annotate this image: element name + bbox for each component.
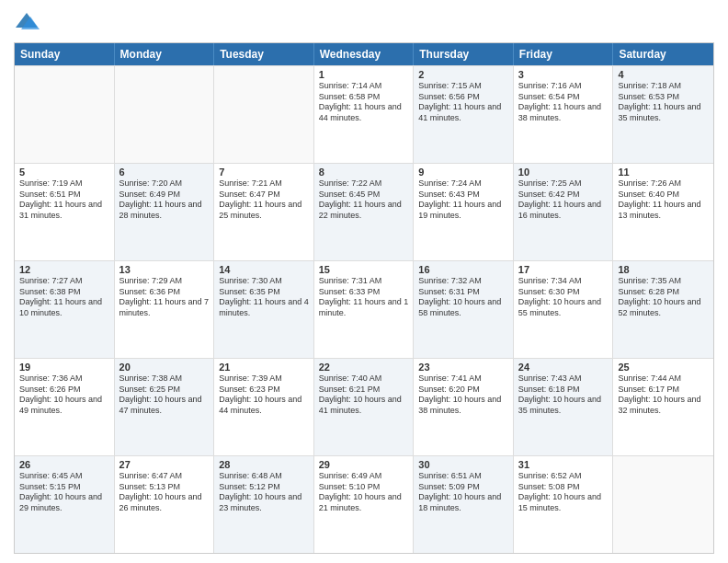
day-number: 20 <box>119 362 210 373</box>
day-number: 24 <box>518 362 609 373</box>
calendar-row-1: 1Sunrise: 7:14 AM Sunset: 6:58 PM Daylig… <box>15 65 713 163</box>
cell-info: Sunrise: 7:21 AM Sunset: 6:47 PM Dayligh… <box>219 178 309 222</box>
cell-info: Sunrise: 7:39 AM Sunset: 6:23 PM Dayligh… <box>219 373 309 417</box>
calendar-cell-empty <box>613 456 713 553</box>
cell-info: Sunrise: 7:29 AM Sunset: 6:36 PM Dayligh… <box>119 276 210 319</box>
calendar-cell-22: 22Sunrise: 7:40 AM Sunset: 6:21 PM Dayli… <box>314 359 415 455</box>
calendar-cell-12: 12Sunrise: 7:27 AM Sunset: 6:38 PM Dayli… <box>15 261 115 358</box>
calendar-row-5: 26Sunrise: 6:45 AM Sunset: 5:15 PM Dayli… <box>15 455 713 553</box>
calendar-cell-14: 14Sunrise: 7:30 AM Sunset: 6:35 PM Dayli… <box>214 261 314 358</box>
calendar-cell-30: 30Sunrise: 6:51 AM Sunset: 5:09 PM Dayli… <box>414 456 514 553</box>
cell-info: Sunrise: 7:44 AM Sunset: 6:17 PM Dayligh… <box>618 373 709 417</box>
calendar-cell-19: 19Sunrise: 7:36 AM Sunset: 6:26 PM Dayli… <box>15 359 115 455</box>
cell-info: Sunrise: 7:26 AM Sunset: 6:40 PM Dayligh… <box>618 178 709 222</box>
calendar-cell-10: 10Sunrise: 7:25 AM Sunset: 6:42 PM Dayli… <box>514 164 614 260</box>
cell-info: Sunrise: 6:48 AM Sunset: 5:12 PM Dayligh… <box>219 471 309 514</box>
day-number: 25 <box>618 362 709 373</box>
calendar-row-3: 12Sunrise: 7:27 AM Sunset: 6:38 PM Dayli… <box>15 260 713 358</box>
cell-info: Sunrise: 7:31 AM Sunset: 6:33 PM Dayligh… <box>319 276 409 319</box>
header-day-saturday: Saturday <box>613 43 713 65</box>
day-number: 9 <box>418 167 508 178</box>
cell-info: Sunrise: 7:40 AM Sunset: 6:21 PM Dayligh… <box>319 373 409 417</box>
calendar-cell-3: 3Sunrise: 7:16 AM Sunset: 6:54 PM Daylig… <box>514 66 614 163</box>
day-number: 23 <box>418 362 508 373</box>
calendar-row-4: 19Sunrise: 7:36 AM Sunset: 6:26 PM Dayli… <box>15 358 713 455</box>
cell-info: Sunrise: 7:32 AM Sunset: 6:31 PM Dayligh… <box>418 276 508 319</box>
page: SundayMondayTuesdayWednesdayThursdayFrid… <box>0 0 728 563</box>
cell-info: Sunrise: 7:25 AM Sunset: 6:42 PM Dayligh… <box>518 178 609 222</box>
logo <box>14 9 43 35</box>
cell-info: Sunrise: 7:43 AM Sunset: 6:18 PM Dayligh… <box>518 373 609 417</box>
day-number: 11 <box>618 167 709 178</box>
day-number: 30 <box>418 459 508 470</box>
day-number: 31 <box>518 459 609 470</box>
cell-info: Sunrise: 7:41 AM Sunset: 6:20 PM Dayligh… <box>418 373 508 417</box>
day-number: 14 <box>219 264 309 275</box>
calendar-cell-24: 24Sunrise: 7:43 AM Sunset: 6:18 PM Dayli… <box>514 359 614 455</box>
calendar-body: 1Sunrise: 7:14 AM Sunset: 6:58 PM Daylig… <box>15 65 713 553</box>
cell-info: Sunrise: 7:18 AM Sunset: 6:53 PM Dayligh… <box>618 81 709 124</box>
calendar-cell-empty <box>214 66 314 163</box>
calendar-cell-empty <box>115 66 215 163</box>
cell-info: Sunrise: 6:52 AM Sunset: 5:08 PM Dayligh… <box>518 471 609 514</box>
header-day-wednesday: Wednesday <box>314 43 415 65</box>
cell-info: Sunrise: 6:47 AM Sunset: 5:13 PM Dayligh… <box>119 471 210 514</box>
cell-info: Sunrise: 7:36 AM Sunset: 6:26 PM Dayligh… <box>19 373 109 417</box>
calendar-cell-11: 11Sunrise: 7:26 AM Sunset: 6:40 PM Dayli… <box>613 164 713 260</box>
calendar-cell-29: 29Sunrise: 6:49 AM Sunset: 5:10 PM Dayli… <box>314 456 415 553</box>
header <box>14 9 714 35</box>
calendar-cell-31: 31Sunrise: 6:52 AM Sunset: 5:08 PM Dayli… <box>514 456 614 553</box>
header-day-thursday: Thursday <box>414 43 514 65</box>
calendar-cell-17: 17Sunrise: 7:34 AM Sunset: 6:30 PM Dayli… <box>514 261 614 358</box>
calendar-row-2: 5Sunrise: 7:19 AM Sunset: 6:51 PM Daylig… <box>15 163 713 260</box>
day-number: 7 <box>219 167 309 178</box>
cell-info: Sunrise: 7:14 AM Sunset: 6:58 PM Dayligh… <box>319 81 409 124</box>
calendar-cell-2: 2Sunrise: 7:15 AM Sunset: 6:56 PM Daylig… <box>414 66 514 163</box>
day-number: 1 <box>319 69 409 80</box>
day-number: 21 <box>219 362 309 373</box>
day-number: 27 <box>119 459 210 470</box>
day-number: 6 <box>119 167 210 178</box>
cell-info: Sunrise: 6:49 AM Sunset: 5:10 PM Dayligh… <box>319 471 409 514</box>
day-number: 17 <box>518 264 609 275</box>
calendar-cell-25: 25Sunrise: 7:44 AM Sunset: 6:17 PM Dayli… <box>613 359 713 455</box>
calendar-header: SundayMondayTuesdayWednesdayThursdayFrid… <box>15 43 713 65</box>
day-number: 13 <box>119 264 210 275</box>
calendar-cell-7: 7Sunrise: 7:21 AM Sunset: 6:47 PM Daylig… <box>214 164 314 260</box>
calendar-cell-8: 8Sunrise: 7:22 AM Sunset: 6:45 PM Daylig… <box>314 164 415 260</box>
logo-icon <box>14 9 40 35</box>
calendar-cell-27: 27Sunrise: 6:47 AM Sunset: 5:13 PM Dayli… <box>115 456 215 553</box>
calendar-cell-21: 21Sunrise: 7:39 AM Sunset: 6:23 PM Dayli… <box>214 359 314 455</box>
calendar-cell-16: 16Sunrise: 7:32 AM Sunset: 6:31 PM Dayli… <box>414 261 514 358</box>
day-number: 29 <box>319 459 409 470</box>
day-number: 5 <box>19 167 109 178</box>
day-number: 26 <box>19 459 109 470</box>
day-number: 18 <box>618 264 709 275</box>
cell-info: Sunrise: 7:30 AM Sunset: 6:35 PM Dayligh… <box>219 276 309 319</box>
calendar-cell-9: 9Sunrise: 7:24 AM Sunset: 6:43 PM Daylig… <box>414 164 514 260</box>
calendar: SundayMondayTuesdayWednesdayThursdayFrid… <box>14 42 714 554</box>
header-day-tuesday: Tuesday <box>214 43 314 65</box>
cell-info: Sunrise: 7:34 AM Sunset: 6:30 PM Dayligh… <box>518 276 609 319</box>
day-number: 4 <box>618 69 709 80</box>
day-number: 2 <box>418 69 508 80</box>
day-number: 15 <box>319 264 409 275</box>
header-day-friday: Friday <box>514 43 614 65</box>
cell-info: Sunrise: 7:15 AM Sunset: 6:56 PM Dayligh… <box>418 81 508 124</box>
calendar-cell-15: 15Sunrise: 7:31 AM Sunset: 6:33 PM Dayli… <box>314 261 415 358</box>
calendar-cell-1: 1Sunrise: 7:14 AM Sunset: 6:58 PM Daylig… <box>314 66 415 163</box>
cell-info: Sunrise: 6:51 AM Sunset: 5:09 PM Dayligh… <box>418 471 508 514</box>
day-number: 16 <box>418 264 508 275</box>
calendar-cell-23: 23Sunrise: 7:41 AM Sunset: 6:20 PM Dayli… <box>414 359 514 455</box>
calendar-cell-empty <box>15 66 115 163</box>
day-number: 3 <box>518 69 609 80</box>
cell-info: Sunrise: 7:16 AM Sunset: 6:54 PM Dayligh… <box>518 81 609 124</box>
day-number: 10 <box>518 167 609 178</box>
cell-info: Sunrise: 7:35 AM Sunset: 6:28 PM Dayligh… <box>618 276 709 319</box>
day-number: 28 <box>219 459 309 470</box>
calendar-cell-18: 18Sunrise: 7:35 AM Sunset: 6:28 PM Dayli… <box>613 261 713 358</box>
day-number: 22 <box>319 362 409 373</box>
day-number: 8 <box>319 167 409 178</box>
cell-info: Sunrise: 7:20 AM Sunset: 6:49 PM Dayligh… <box>119 178 210 222</box>
day-number: 19 <box>19 362 109 373</box>
